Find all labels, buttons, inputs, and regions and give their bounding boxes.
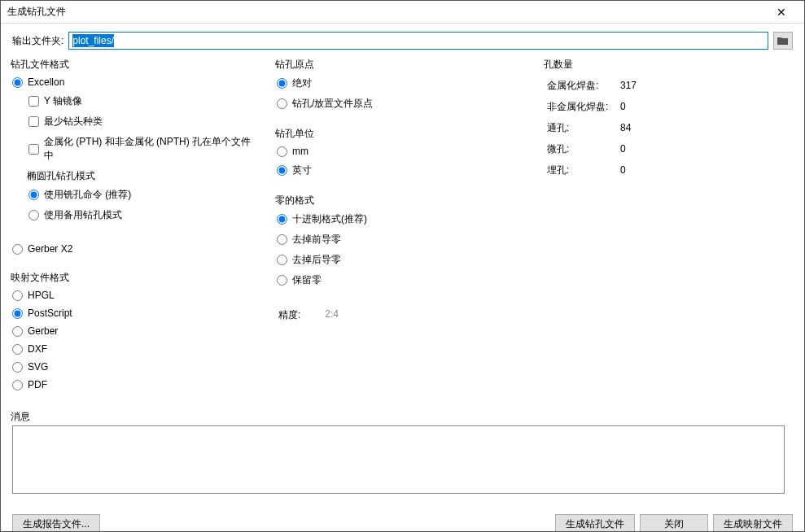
radio-postscript[interactable]: PostScript [12, 304, 252, 322]
messages-textarea[interactable] [12, 425, 785, 494]
precision-label: 精度: [278, 308, 300, 322]
titlebar: 生成钻孔文件 ✕ [1, 1, 804, 24]
check-min-heads[interactable]: 最少钻头种类 [12, 111, 252, 132]
radio-absolute[interactable]: 绝对 [277, 73, 521, 94]
ellipse-legend: 椭圆孔钻孔模式 [25, 169, 97, 183]
radio-drill-place[interactable]: 钻孔/放置文件原点 [277, 94, 521, 114]
col-right: 孔数量 金属化焊盘:317 非金属化焊盘:0 通孔:84 微孔:0 埋孔:0 [545, 58, 793, 407]
drill-format-legend: 钻孔文件格式 [9, 58, 71, 72]
button-bar: 生成报告文件... 生成钻孔文件 关闭 生成映射文件 [1, 514, 804, 532]
origin-legend: 钻孔原点 [273, 58, 316, 72]
generate-report-button[interactable]: 生成报告文件... [12, 514, 100, 532]
origin-group: 钻孔原点 绝对 钻孔/放置文件原点 [277, 58, 529, 122]
messages-group: 消息 [12, 410, 793, 504]
radio-mm[interactable]: mm [277, 142, 521, 160]
output-folder-input[interactable]: plot_files/ [68, 32, 768, 50]
units-group: 钻孔单位 mm 英寸 [277, 127, 529, 189]
precision-value: 2:4 [325, 308, 339, 322]
holes-micro-value: 0 [620, 138, 653, 159]
radio-svg[interactable]: SVG [12, 358, 252, 376]
drill-format-group: 钻孔文件格式 Excellon Y 轴镜像 最少钻头种类 金属化 (PTH) 和… [12, 58, 260, 266]
holes-buried-value: 0 [620, 159, 653, 181]
content: 输出文件夹: plot_files/ 钻孔文件格式 Excellon Y 轴镜像 [1, 24, 804, 514]
holes-group: 孔数量 金属化焊盘:317 非金属化焊盘:0 通孔:84 微孔:0 埋孔:0 [545, 58, 793, 189]
holes-plated-value: 317 [620, 75, 653, 96]
browse-folder-button[interactable] [773, 32, 793, 50]
col-left: 钻孔文件格式 Excellon Y 轴镜像 最少钻头种类 金属化 (PTH) 和… [12, 58, 260, 407]
close-icon[interactable]: ✕ [765, 1, 798, 24]
check-y-mirror[interactable]: Y 轴镜像 [12, 91, 252, 111]
output-label: 输出文件夹: [12, 34, 63, 48]
holes-nonplated-value: 0 [620, 96, 653, 117]
radio-drop-leading[interactable]: 去掉前导零 [277, 229, 521, 250]
zeros-group: 零的格式 十进制格式(推荐) 去掉前导零 去掉后导零 保留零 [277, 194, 529, 299]
messages-legend: 消息 [9, 410, 32, 424]
map-format-group: 映射文件格式 HPGL PostScript Gerber DXF [12, 271, 260, 402]
main-grid: 钻孔文件格式 Excellon Y 轴镜像 最少钻头种类 金属化 (PTH) 和… [12, 58, 793, 407]
holes-legend: 孔数量 [542, 58, 575, 72]
map-format-legend: 映射文件格式 [9, 271, 71, 285]
radio-excellon[interactable]: Excellon [12, 73, 252, 91]
output-row: 输出文件夹: plot_files/ [12, 32, 793, 50]
radio-pdf[interactable]: PDF [12, 376, 252, 394]
radio-gerber-x2[interactable]: Gerber X2 [12, 240, 252, 258]
holes-table: 金属化焊盘:317 非金属化焊盘:0 通孔:84 微孔:0 埋孔:0 [545, 73, 785, 181]
col-middle: 钻孔原点 绝对 钻孔/放置文件原点 钻孔单位 mm 英寸 [277, 58, 529, 407]
radio-use-alt[interactable]: 使用备用钻孔模式 [28, 205, 244, 225]
radio-decimal[interactable]: 十进制格式(推荐) [277, 209, 521, 229]
precision-row: 精度: 2:4 [277, 303, 529, 322]
window-title: 生成钻孔文件 [7, 5, 765, 19]
radio-use-mill[interactable]: 使用铣孔命令 (推荐) [28, 185, 244, 205]
radio-gerber[interactable]: Gerber [12, 322, 252, 340]
radio-dxf[interactable]: DXF [12, 340, 252, 358]
radio-inch[interactable]: 英寸 [277, 160, 521, 181]
ellipse-group: 椭圆孔钻孔模式 使用铣孔命令 (推荐) 使用备用钻孔模式 [28, 169, 252, 233]
generate-drill-button[interactable]: 生成钻孔文件 [555, 514, 635, 532]
close-button[interactable]: 关闭 [640, 514, 708, 532]
folder-icon [777, 36, 789, 46]
radio-keep-zeros[interactable]: 保留零 [277, 270, 521, 290]
radio-drop-trailing[interactable]: 去掉后导零 [277, 250, 521, 270]
units-legend: 钻孔单位 [273, 127, 316, 141]
generate-map-button[interactable]: 生成映射文件 [713, 514, 793, 532]
check-pth-npth[interactable]: 金属化 (PTH) 和非金属化 (NPTH) 孔在单个文件中 [12, 132, 252, 166]
holes-through-value: 84 [620, 117, 653, 138]
zeros-legend: 零的格式 [273, 194, 316, 207]
radio-hpgl[interactable]: HPGL [12, 286, 252, 304]
